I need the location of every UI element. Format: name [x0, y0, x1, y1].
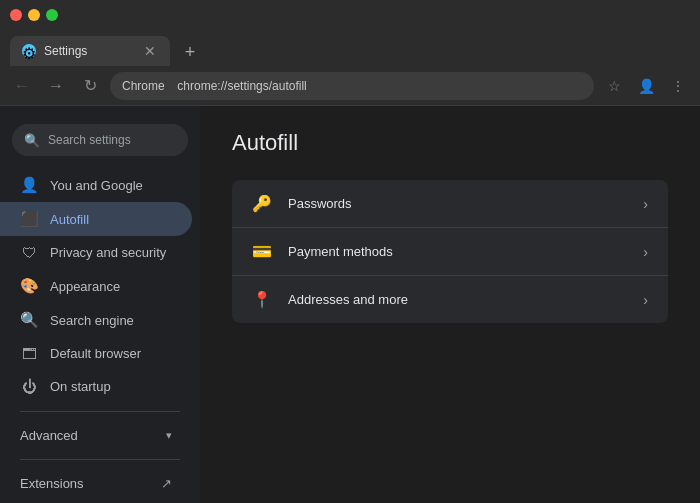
- address-bar: ← → ↻ Chrome chrome://settings/autofill …: [0, 66, 700, 106]
- autofill-icon: ⬛: [20, 210, 38, 228]
- passwords-chevron-icon: ›: [643, 196, 648, 212]
- back-button[interactable]: ←: [8, 72, 36, 100]
- sidebar-item-extensions[interactable]: Extensions ↗: [0, 468, 192, 499]
- passwords-label: Passwords: [288, 196, 627, 211]
- payment-label: Payment methods: [288, 244, 627, 259]
- main-content: Autofill 🔑 Passwords › 💳 Payment methods…: [200, 106, 700, 503]
- default-browser-icon: 🗔: [20, 345, 38, 362]
- advanced-left: Advanced: [20, 428, 78, 443]
- url-input[interactable]: Chrome chrome://settings/autofill: [110, 72, 594, 100]
- page-title: Autofill: [232, 130, 668, 156]
- new-tab-button[interactable]: +: [176, 38, 204, 66]
- privacy-icon: 🛡: [20, 244, 38, 261]
- addresses-label: Addresses and more: [288, 292, 627, 307]
- sidebar-item-privacy[interactable]: 🛡 Privacy and security: [0, 236, 192, 269]
- payment-chevron-icon: ›: [643, 244, 648, 260]
- sidebar-label-search-engine: Search engine: [50, 313, 134, 328]
- external-link-icon: ↗: [161, 476, 172, 491]
- payment-icon: 💳: [252, 242, 272, 261]
- minimize-button[interactable]: [28, 9, 40, 21]
- sidebar-item-appearance[interactable]: 🎨 Appearance: [0, 269, 192, 303]
- sidebar-label-autofill: Autofill: [50, 212, 89, 227]
- tab-favicon-icon: ⚙: [22, 44, 36, 58]
- sidebar-divider-2: [20, 459, 180, 460]
- tab-settings[interactable]: ⚙ Settings ✕: [10, 36, 170, 66]
- title-bar: [0, 0, 700, 30]
- sidebar-label-default-browser: Default browser: [50, 346, 141, 361]
- sidebar-label-on-startup: On startup: [50, 379, 111, 394]
- search-settings-bar[interactable]: 🔍 Search settings: [12, 124, 188, 156]
- search-engine-icon: 🔍: [20, 311, 38, 329]
- sidebar-item-advanced[interactable]: Advanced ▾: [0, 420, 192, 451]
- passwords-row[interactable]: 🔑 Passwords ›: [232, 180, 668, 228]
- passwords-icon: 🔑: [252, 194, 272, 213]
- appearance-icon: 🎨: [20, 277, 38, 295]
- reload-button[interactable]: ↻: [76, 72, 104, 100]
- sidebar-item-on-startup[interactable]: ⏻ On startup: [0, 370, 192, 403]
- payment-methods-row[interactable]: 💳 Payment methods ›: [232, 228, 668, 276]
- sidebar: 🔍 Search settings 👤 You and Google ⬛ Aut…: [0, 106, 200, 503]
- sidebar-item-search-engine[interactable]: 🔍 Search engine: [0, 303, 192, 337]
- sidebar-divider-1: [20, 411, 180, 412]
- maximize-button[interactable]: [46, 9, 58, 21]
- url-path: chrome://settings/autofill: [177, 79, 306, 93]
- search-placeholder: Search settings: [48, 133, 131, 147]
- tab-close-button[interactable]: ✕: [142, 43, 158, 59]
- browser-content: 🔍 Search settings 👤 You and Google ⬛ Aut…: [0, 106, 700, 503]
- close-button[interactable]: [10, 9, 22, 21]
- account-icon[interactable]: 👤: [632, 72, 660, 100]
- sidebar-item-about-chrome[interactable]: About Chrome: [0, 499, 192, 503]
- toolbar-icons: ☆ 👤 ⋮: [600, 72, 692, 100]
- extensions-left: Extensions: [20, 476, 84, 491]
- sidebar-item-autofill[interactable]: ⬛ Autofill: [0, 202, 192, 236]
- sidebar-item-default-browser[interactable]: 🗔 Default browser: [0, 337, 192, 370]
- sidebar-item-you-and-google[interactable]: 👤 You and Google: [0, 168, 192, 202]
- you-and-google-icon: 👤: [20, 176, 38, 194]
- on-startup-icon: ⏻: [20, 378, 38, 395]
- sidebar-label-extensions: Extensions: [20, 476, 84, 491]
- traffic-lights: [10, 9, 58, 21]
- sidebar-label-appearance: Appearance: [50, 279, 120, 294]
- search-icon: 🔍: [24, 133, 40, 148]
- url-protocol: Chrome: [122, 79, 171, 93]
- tab-bar: ⚙ Settings ✕ +: [0, 30, 700, 66]
- addresses-chevron-icon: ›: [643, 292, 648, 308]
- autofill-section: 🔑 Passwords › 💳 Payment methods › 📍 Addr…: [232, 180, 668, 323]
- addresses-row[interactable]: 📍 Addresses and more ›: [232, 276, 668, 323]
- bookmark-icon[interactable]: ☆: [600, 72, 628, 100]
- sidebar-label-you-and-google: You and Google: [50, 178, 143, 193]
- addresses-icon: 📍: [252, 290, 272, 309]
- sidebar-label-privacy: Privacy and security: [50, 245, 166, 260]
- advanced-chevron-icon: ▾: [166, 429, 172, 442]
- sidebar-label-advanced: Advanced: [20, 428, 78, 443]
- forward-button[interactable]: →: [42, 72, 70, 100]
- more-icon[interactable]: ⋮: [664, 72, 692, 100]
- tab-title: Settings: [44, 44, 134, 58]
